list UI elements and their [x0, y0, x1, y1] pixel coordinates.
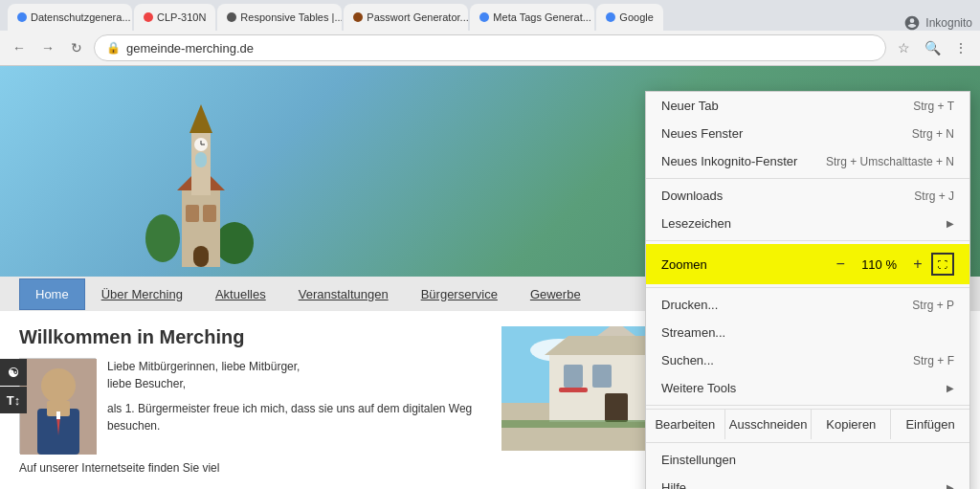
- menu-shortcut-downloads: Strg + J: [914, 189, 954, 203]
- menu-item-new-tab[interactable]: Neuer TabStrg + T: [646, 92, 969, 120]
- menu-divider: [646, 240, 969, 241]
- menu-item-cast[interactable]: Streamen...: [646, 319, 969, 346]
- svg-point-0: [145, 214, 180, 262]
- welcome-title: Willkommen in Merching: [19, 326, 482, 348]
- menu-shortcut-new-window: Strg + N: [912, 127, 954, 141]
- footer-text: Auf unserer Internetseite finden Sie vie…: [19, 461, 482, 475]
- svg-rect-27: [564, 365, 583, 388]
- incognito-label: Inkognito: [925, 16, 972, 30]
- menu-item-search[interactable]: Suchen...Strg + F: [646, 346, 969, 374]
- title-bar: ← → ↻ 🔒 gemeinde-merching.de ☆ 🔍 ⋮: [0, 31, 980, 65]
- menu-shortcut-search: Strg + F: [913, 354, 954, 367]
- menu-item-zoom[interactable]: Zoomen − 110 % + ⛶: [646, 244, 969, 284]
- context-menu: Neuer TabStrg + TNeues FensterStrg + NNe…: [645, 91, 970, 489]
- menu-label-bookmarks: Lesezeichen: [661, 216, 939, 231]
- browser-tab-5[interactable]: Google: [596, 4, 662, 31]
- menu-divider: [646, 287, 969, 288]
- zoom-out-button[interactable]: −: [827, 251, 854, 278]
- menu-item-print[interactable]: Drucken...Strg + P: [646, 291, 969, 319]
- intro-line1: Liebe Mitbürgerinnen, liebe Mitbürger,: [107, 358, 482, 375]
- zoom-label: Zoomen: [661, 257, 827, 272]
- menu-shortcut-new-incognito: Strg + Umschalttaste + N: [826, 155, 954, 168]
- edit-btn-edit[interactable]: Bearbeiten: [646, 410, 725, 439]
- menu-item-new-incognito[interactable]: Neues Inkognito-FensterStrg + Umschaltta…: [646, 147, 969, 175]
- back-button[interactable]: ←: [8, 36, 31, 59]
- church-illustration: [144, 104, 258, 277]
- mayor-portrait: [19, 358, 96, 454]
- nav-item-über-merching[interactable]: Über Merching: [85, 278, 199, 310]
- svg-point-1: [215, 222, 254, 264]
- page-content: Ge HomeÜber MerchingAktuellesVeranstaltu…: [0, 66, 980, 489]
- svg-rect-9: [203, 205, 216, 222]
- nav-item-gewerbe[interactable]: Gewerbe: [514, 278, 597, 310]
- menu-divider: [646, 405, 969, 406]
- menu-item-help[interactable]: Hilfe▶: [646, 474, 969, 489]
- address-bar[interactable]: 🔒 gemeinde-merching.de: [94, 34, 886, 61]
- edit-btn-copy[interactable]: Kopieren: [812, 410, 891, 439]
- edit-buttons-row: BearbeitenAusschneidenKopierenEinfügen: [646, 409, 969, 439]
- menu-item-bookmarks[interactable]: Lesezeichen▶: [646, 210, 969, 237]
- menu-divider-bottom: [646, 442, 969, 443]
- menu-shortcut-print: Strg + P: [912, 299, 954, 312]
- menu-shortcut-new-tab: Strg + T: [913, 100, 954, 113]
- person-row: Liebe Mitbürgerinnen, liebe Mitbürger, l…: [19, 358, 482, 454]
- menu-item-downloads[interactable]: DownloadsStrg + J: [646, 182, 969, 210]
- menu-label-new-tab: Neuer Tab: [661, 99, 894, 113]
- svg-rect-8: [186, 205, 199, 222]
- menu-label-help: Hilfe: [661, 480, 939, 489]
- browser-tab-3[interactable]: Passwort Generator...: [344, 4, 468, 31]
- menu-arrow-bookmarks: ▶: [947, 218, 954, 229]
- menu-label-print: Drucken...: [661, 298, 893, 312]
- menu-arrow-help: ▶: [947, 482, 954, 489]
- menu-label-settings: Einstellungen: [661, 453, 954, 467]
- zoom-value: 110 %: [854, 257, 904, 272]
- svg-rect-31: [559, 388, 588, 392]
- menu-item-more-tools[interactable]: Weitere Tools▶: [646, 374, 969, 402]
- menu-divider: [646, 178, 969, 179]
- browser-tab-1[interactable]: CLP-310N: [134, 4, 215, 31]
- url-text: gemeinde-merching.de: [126, 41, 254, 56]
- incognito-icon: [904, 15, 920, 31]
- nav-item-bürgerservice[interactable]: Bürgerservice: [405, 278, 514, 310]
- edit-btn-paste[interactable]: Einfügen: [891, 410, 969, 439]
- accessibility-buttons: ☯ T↕: [0, 359, 27, 413]
- menu-label-cast: Streamen...: [661, 325, 954, 340]
- svg-rect-10: [193, 246, 209, 267]
- browser-tab-4[interactable]: Meta Tags Generat...: [470, 4, 594, 31]
- svg-point-15: [41, 368, 76, 403]
- menu-label-search: Suchen...: [661, 353, 894, 367]
- nav-item-home[interactable]: Home: [19, 278, 85, 310]
- lock-icon: 🔒: [106, 41, 121, 55]
- search-button[interactable]: 🔍: [921, 36, 944, 59]
- menu-item-new-window[interactable]: Neues FensterStrg + N: [646, 120, 969, 147]
- zoom-fullscreen-button[interactable]: ⛶: [931, 253, 954, 276]
- nav-item-aktuelles[interactable]: Aktuelles: [199, 278, 282, 310]
- svg-rect-30: [605, 393, 628, 422]
- menu-item-settings[interactable]: Einstellungen: [646, 446, 969, 474]
- edit-btn-cut[interactable]: Ausschneiden: [725, 410, 813, 439]
- forward-button[interactable]: →: [36, 36, 59, 59]
- main-content: Willkommen in Merching: [19, 326, 482, 479]
- zoom-in-button[interactable]: +: [904, 251, 931, 278]
- browser-tab-2[interactable]: Responsive Tables |...: [217, 4, 342, 31]
- body-text: als 1. Bürgermeister freue ich mich, das…: [107, 400, 482, 434]
- intro-line2: liebe Besucher,: [107, 375, 482, 392]
- menu-label-new-incognito: Neues Inkognito-Fenster: [661, 154, 807, 168]
- portrait-svg: [20, 359, 97, 455]
- incognito-badge: Inkognito: [904, 15, 972, 31]
- reload-button[interactable]: ↻: [65, 36, 88, 59]
- svg-rect-19: [56, 411, 60, 419]
- zoom-controls: − 110 % + ⛶: [827, 251, 954, 278]
- menu-label-more-tools: Weitere Tools: [661, 381, 939, 395]
- menu-label-downloads: Downloads: [661, 189, 895, 203]
- svg-marker-6: [189, 104, 212, 133]
- mayor-text: Liebe Mitbürgerinnen, liebe Mitbürger, l…: [107, 358, 482, 454]
- contrast-button[interactable]: ☯: [0, 359, 27, 386]
- font-size-button[interactable]: T↕: [0, 387, 27, 413]
- menu-button[interactable]: ⋮: [949, 36, 972, 59]
- tabs-bar: Datenschutzgenera...CLP-310NResponsive T…: [0, 0, 980, 31]
- bookmark-button[interactable]: ☆: [892, 36, 915, 59]
- nav-item-veranstaltungen[interactable]: Veranstaltungen: [282, 278, 405, 310]
- menu-label-new-window: Neues Fenster: [661, 126, 893, 141]
- browser-tab-0[interactable]: Datenschutzgenera...: [8, 4, 132, 31]
